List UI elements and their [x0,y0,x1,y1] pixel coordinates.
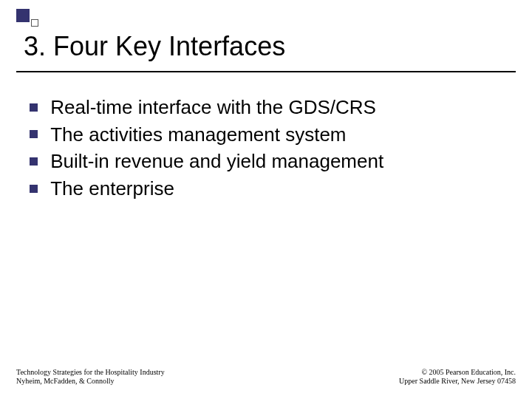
slide-title: 3. Four Key Interfaces [24,31,285,62]
list-item: Built-in revenue and yield management [30,147,502,174]
bullet-list: Real-time interface with the GDS/CRS The… [30,93,502,202]
bullet-icon [30,185,38,193]
bullet-icon [30,103,38,112]
bullet-text: The enterprise [50,177,174,200]
square-filled-icon [16,9,30,22]
bullet-icon [30,130,38,138]
slide-footer: Technology Strategies for the Hospitalit… [16,368,516,386]
list-item: The enterprise [30,174,502,202]
list-item: The activities management system [30,120,502,148]
footer-left: Technology Strategies for the Hospitalit… [16,368,165,386]
title-rule [16,71,516,72]
bullet-icon [30,157,38,166]
footer-right-line2: Upper Saddle River, New Jersey 07458 [399,377,516,386]
footer-right: © 2005 Pearson Education, Inc. Upper Sad… [399,368,516,386]
bullet-text: The activities management system [50,123,346,145]
bullet-text: Real-time interface with the GDS/CRS [50,96,376,118]
slide: 3. Four Key Interfaces Real-time interfa… [0,0,532,399]
footer-left-line2: Nyheim, McFadden, & Connolly [16,377,165,386]
footer-right-line1: © 2005 Pearson Education, Inc. [399,368,516,377]
bullet-text: Built-in revenue and yield management [50,150,383,172]
list-item: Real-time interface with the GDS/CRS [30,93,502,120]
footer-left-line1: Technology Strategies for the Hospitalit… [16,368,165,377]
square-outline-icon [31,19,38,27]
